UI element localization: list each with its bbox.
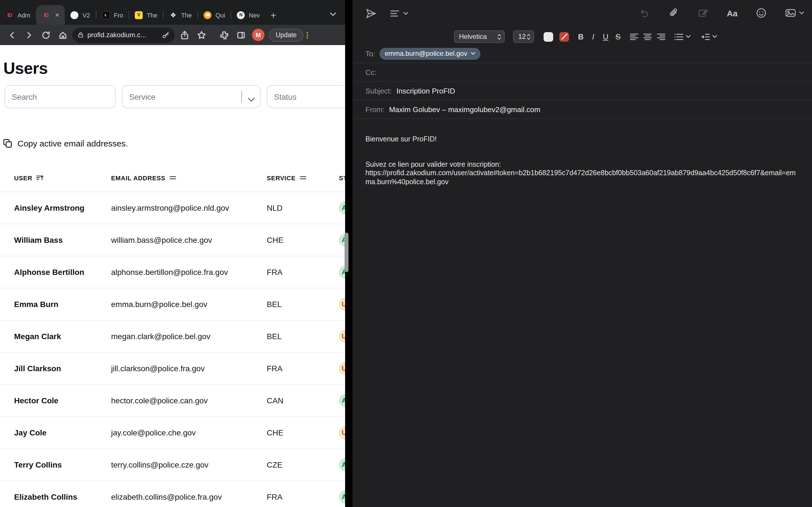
key-icon[interactable]	[162, 31, 170, 39]
browser-menu-icon[interactable]	[303, 26, 311, 43]
table-row[interactable]: Alphonse Bertillon alphonse.bertillon@po…	[0, 256, 345, 288]
align-center-icon[interactable]	[644, 33, 652, 40]
format-aa-button[interactable]: Aa	[727, 8, 738, 18]
status-badge: A	[339, 233, 345, 247]
tab-the-2[interactable]: ❖ The	[163, 5, 197, 25]
user-name: Megan Clark	[14, 332, 111, 341]
from-label: From:	[365, 105, 385, 114]
new-tab-icon[interactable]: +	[271, 11, 276, 20]
status-badge: U	[339, 362, 345, 375]
tab-search-chevron-icon[interactable]	[330, 8, 336, 18]
close-tab-icon[interactable]: ×	[55, 11, 59, 19]
undo-icon[interactable]	[639, 7, 650, 18]
globe-favicon-icon: N	[237, 11, 245, 19]
header-fields-icon[interactable]	[389, 8, 408, 19]
subject-field[interactable]: Subject: Inscription ProFID	[352, 82, 812, 100]
user-name: Emma Burn	[14, 300, 111, 309]
user-service: FRA	[267, 364, 339, 373]
forward-icon[interactable]	[20, 26, 37, 43]
home-icon[interactable]	[54, 26, 71, 43]
page-title: Users	[3, 59, 48, 78]
user-service: BEL	[267, 332, 339, 341]
user-service: CAN	[267, 396, 339, 405]
table-row[interactable]: Terry Collins terry.collins@police.cze.g…	[0, 449, 345, 481]
mail-compose-window: Aa Helvetica 12 B I U S	[352, 0, 812, 507]
align-left-icon[interactable]	[630, 33, 638, 40]
tab-fro[interactable]: r. Fro	[96, 5, 129, 25]
cc-field[interactable]: Cc:	[352, 63, 812, 82]
from-field[interactable]: From: Maxim Golubev – maximgolubev2@gmai…	[352, 100, 812, 119]
profile-avatar[interactable]: M	[252, 29, 264, 41]
emoji-icon[interactable]	[756, 7, 767, 18]
table-row[interactable]: Hector Cole hector.cole@police.can.gov C…	[0, 385, 345, 417]
tab-active-profid[interactable]: ID ×	[36, 5, 65, 25]
tab-admin[interactable]: ID Adm	[0, 5, 36, 25]
back-icon[interactable]	[3, 26, 20, 43]
table-row[interactable]: Elizabeth Collins elizabeth.collins@poli…	[0, 481, 345, 507]
bookmark-star-icon[interactable]	[193, 26, 210, 43]
update-button[interactable]: Update	[269, 29, 303, 41]
status-badge: A	[339, 458, 345, 471]
sortable-icon	[300, 174, 307, 181]
tab-qui[interactable]: Qui	[198, 5, 231, 25]
copy-active-emails-button[interactable]: Copy active email addresses.	[3, 138, 128, 148]
alignment-buttons	[630, 33, 665, 40]
attach-icon[interactable]	[668, 7, 679, 18]
list-style-button[interactable]	[674, 33, 691, 40]
font-size-select[interactable]: 12	[513, 31, 534, 43]
browser-window: ID Adm ID × V2 r. Fro V The	[0, 0, 345, 507]
user-name: Elizabeth Collins	[14, 492, 111, 501]
subject-value: Inscription ProFID	[396, 87, 455, 95]
highlight-color-well[interactable]	[559, 32, 569, 41]
tab-strip: ID Adm ID × V2 r. Fro V The	[0, 0, 345, 25]
table-row[interactable]: William Bass william.bass@police.che.gov…	[0, 224, 345, 256]
italic-button[interactable]: I	[589, 33, 597, 41]
column-header-user[interactable]: USER	[14, 174, 111, 181]
column-header-status[interactable]: STATUS	[339, 174, 345, 181]
user-service: BEL	[267, 300, 339, 309]
search-input[interactable]	[4, 85, 116, 108]
column-header-email[interactable]: EMAIL ADDRESS	[111, 174, 267, 181]
strikethrough-button[interactable]: S	[614, 33, 622, 41]
users-table-body: Ainsley Armstrong ainsley.armstrong@poli…	[0, 192, 345, 507]
underline-button[interactable]: U	[602, 33, 610, 41]
chevron-down-icon	[712, 35, 717, 38]
table-row[interactable]: Jill Clarkson jill.clarkson@police.fra.g…	[0, 353, 345, 385]
indent-button[interactable]	[701, 33, 717, 40]
address-bar[interactable]: profid.zakodium.c...	[72, 27, 175, 43]
bold-button[interactable]: B	[577, 33, 585, 41]
table-row[interactable]: Jay Cole jay.cole@police.che.gov CHE U	[0, 417, 345, 449]
tab-label: V2	[82, 11, 90, 18]
column-header-service[interactable]: SERVICE	[267, 174, 339, 181]
recipient-token[interactable]: emma.burn@police.bel.gov	[380, 48, 480, 59]
align-right-icon[interactable]	[657, 33, 665, 40]
text-color-well[interactable]	[544, 32, 553, 41]
table-row[interactable]: Ainsley Armstrong ainsley.armstrong@poli…	[0, 192, 345, 224]
photo-browser-button[interactable]	[785, 7, 804, 18]
extensions-puzzle-icon[interactable]	[215, 26, 232, 43]
to-field[interactable]: To: emma.burn@police.bel.gov	[352, 45, 812, 63]
table-row[interactable]: Megan Clark megan.clark@police.bel.gov B…	[0, 321, 345, 353]
scrollbar-thumb[interactable]	[345, 233, 349, 272]
tab-the-1[interactable]: V The	[129, 5, 163, 25]
signature-icon[interactable]	[698, 7, 709, 18]
filter-bar	[4, 85, 345, 108]
status-select-input[interactable]	[267, 85, 345, 108]
cc-label: Cc:	[365, 68, 376, 76]
side-panel-icon[interactable]	[232, 26, 249, 43]
send-icon[interactable]	[365, 8, 377, 19]
from-value: Maxim Golubev – maximgolubev2@gmail.com	[389, 105, 541, 114]
service-select-input[interactable]	[122, 85, 260, 108]
table-row[interactable]: Emma Burn emma.burn@police.bel.gov BEL U	[0, 288, 345, 321]
user-service: CHE	[267, 235, 339, 244]
user-name: Jay Cole	[14, 428, 111, 437]
font-family-select[interactable]: Helvetica	[454, 31, 505, 43]
share-icon[interactable]	[176, 26, 193, 43]
status-badge: U	[339, 426, 345, 439]
message-body[interactable]: Bienvenue sur ProFID! Suivez ce lien pou…	[365, 135, 799, 186]
chevron-down-icon[interactable]	[248, 94, 255, 99]
tab-v2[interactable]: V2	[65, 5, 96, 25]
profid-favicon-icon: ID	[6, 11, 13, 19]
reload-icon[interactable]	[37, 26, 54, 43]
tab-nev[interactable]: N Nev	[232, 5, 266, 25]
